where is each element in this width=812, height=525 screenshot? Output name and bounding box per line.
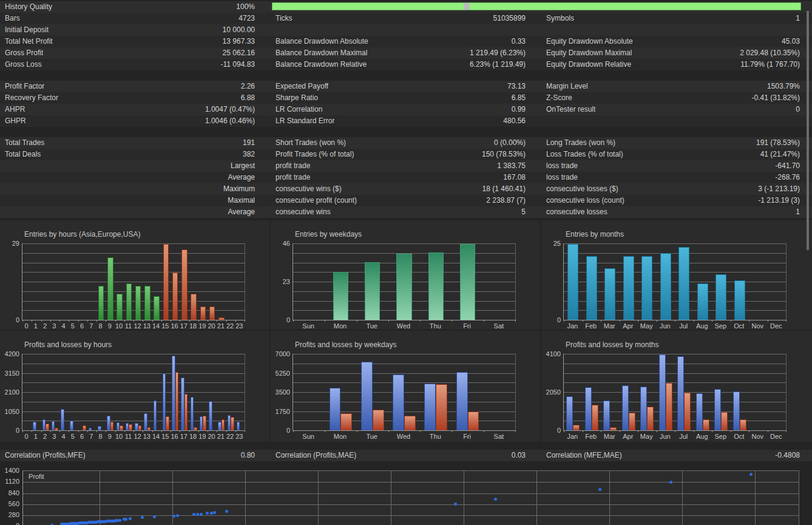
- stat-row: Maximumconsecutive wins ($)18 (1 460.41)…: [0, 183, 812, 195]
- statistics-table: History Quality100%Bars4723Ticks51035899…: [0, 1, 812, 228]
- chart-plot-area: [563, 354, 787, 431]
- entries-bar: [181, 249, 187, 320]
- gridline: [564, 291, 786, 292]
- axis-tick: [694, 430, 694, 432]
- stat-row: History Quality100%: [0, 1, 812, 13]
- axis-tick: [87, 320, 88, 322]
- x-axis-label: 22: [226, 433, 235, 440]
- stat-value: 1503.79%: [767, 81, 812, 92]
- stat-row: Total Net Profit13 967.33Balance Drawdow…: [0, 36, 812, 47]
- axis-tick: [657, 430, 657, 432]
- x-axis-label: Sep: [711, 322, 730, 330]
- entries-bar: [126, 283, 132, 320]
- x-axis-label: 22: [226, 322, 235, 330]
- loss-bar: [184, 394, 188, 430]
- axis-tick: [106, 320, 106, 322]
- stat-cell: Equity Drawdown Absolute45.03: [541, 36, 812, 47]
- stat-value: 1.0046 (0.46%): [205, 115, 271, 127]
- x-axis-label: 14: [152, 322, 161, 330]
- x-axis-label: Sat: [483, 322, 515, 330]
- stat-label: Z-Score: [541, 92, 572, 104]
- stat-value: [800, 115, 812, 127]
- x-axis-label: Nov: [748, 322, 767, 330]
- chart-title: Entries by weekdays: [295, 230, 362, 239]
- x-axis-label: Sat: [483, 433, 515, 440]
- stat-cell: Recovery Factor6.88: [0, 92, 271, 104]
- scatter-point: [494, 498, 497, 501]
- gridline: [564, 382, 786, 383]
- x-axis-label: 1: [31, 322, 40, 330]
- scatter-point: [454, 503, 457, 506]
- stat-value: 0.33: [512, 36, 541, 47]
- axis-tick: [620, 430, 620, 432]
- loss-bar: [231, 417, 234, 430]
- gridline: [564, 272, 786, 273]
- stat-label: Symbols: [541, 13, 574, 24]
- stat-label: LR Correlation: [271, 104, 322, 115]
- stat-cell: Largest: [0, 160, 271, 172]
- gridline: [293, 364, 515, 364]
- x-axis-label: 16: [170, 322, 179, 330]
- axis-tick: [189, 430, 190, 432]
- stat-value: 2 238.87 (7): [486, 195, 541, 206]
- gridline: [22, 282, 245, 282]
- stat-value: 1 383.75: [497, 160, 541, 172]
- axis-tick: [712, 320, 712, 322]
- x-axis-label: 8: [96, 433, 105, 440]
- y-axis-label: 0: [541, 316, 561, 324]
- correlation-cell: Correlation (Profits,MFE)0.80: [0, 450, 271, 461]
- axis-tick: [620, 320, 620, 322]
- stat-label: consecutive losses ($): [541, 183, 618, 195]
- gridline: [609, 471, 610, 525]
- gridline: [22, 373, 245, 374]
- y-axis-label: 0: [0, 426, 19, 435]
- stat-cell: Maximum: [0, 183, 271, 195]
- correlation-value: 0.03: [512, 450, 541, 461]
- scatter-point: [141, 516, 144, 519]
- gridline: [318, 471, 319, 525]
- axis-tick: [59, 430, 60, 432]
- loss-bar: [46, 424, 49, 430]
- stat-row: Largestprofit trade1 383.75loss trade-64…: [0, 160, 812, 172]
- profit-bar: [714, 389, 721, 430]
- axis-tick: [731, 430, 731, 432]
- gridline: [293, 243, 515, 244]
- x-axis-label: 10: [115, 322, 124, 330]
- stat-value: -11 094.83: [221, 59, 271, 70]
- x-axis-label: Jan: [563, 322, 582, 330]
- loss-bar: [222, 419, 225, 430]
- stat-cell: Z-Score-0.41 (31.82%): [541, 92, 812, 104]
- scatter-point: [200, 513, 203, 516]
- stat-cell: Short Trades (won %)0 (0.00%): [271, 137, 541, 149]
- stat-cell: History Quality100%: [0, 1, 271, 13]
- stat-cell: [541, 24, 812, 36]
- scatter-point: [196, 513, 199, 516]
- x-axis-label: Tue: [356, 433, 388, 440]
- axis-tick: [452, 320, 452, 322]
- x-axis-label: 7: [87, 433, 96, 440]
- entries-bar: [154, 296, 159, 320]
- stat-label: loss trade: [541, 160, 578, 172]
- gridline: [22, 392, 245, 393]
- stat-value: 1.0047 (0.47%): [205, 104, 271, 115]
- axis-tick: [749, 320, 749, 322]
- stat-value: Largest: [231, 160, 271, 172]
- axis-tick: [749, 430, 749, 432]
- profit-bar: [659, 354, 666, 430]
- axis-tick: [41, 430, 42, 432]
- stat-label: Equity Drawdown Maximal: [541, 47, 632, 59]
- stat-row: Initial Deposit10 000.00: [0, 24, 812, 36]
- x-axis-label: 5: [68, 322, 77, 330]
- profit-bar: [154, 401, 157, 430]
- scatter-point: [129, 517, 132, 520]
- gridline: [564, 402, 786, 402]
- y-axis-label: 3150: [0, 369, 19, 378]
- chart-panel: Entries by hours (Asia,Europe,USA)290012…: [0, 220, 271, 331]
- x-axis-label: 21: [216, 322, 225, 330]
- loss-bar: [110, 422, 113, 430]
- stat-value: [526, 24, 541, 36]
- gridline: [22, 253, 245, 254]
- stat-cell: profit trade1 383.75: [271, 160, 541, 172]
- stat-value: 1: [796, 13, 812, 24]
- vertical-scrollbar-thumb[interactable]: [807, 11, 809, 250]
